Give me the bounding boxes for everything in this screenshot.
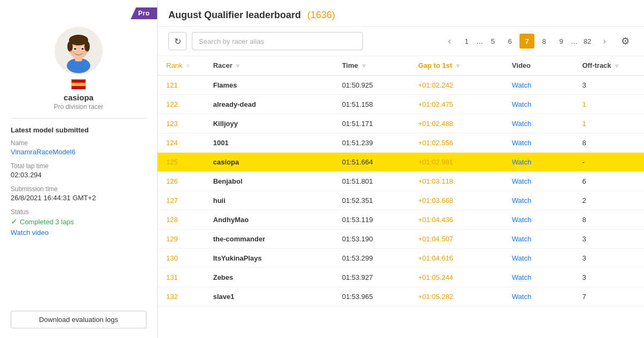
watch-button[interactable]: Watch [512,81,531,89]
page-5-button[interactable]: 5 [485,34,500,49]
prev-page-button[interactable]: ‹ [442,34,457,49]
gap-cell: +01:03.118 [409,172,503,191]
settings-button[interactable]: ⚙ [617,33,633,49]
search-input[interactable] [192,32,363,50]
rank-cell: 128 [158,210,205,230]
gap-cell: +01:02.488 [409,114,503,133]
status-block: Status ✓ Completed 3 laps Watch video [11,208,146,237]
watch-button[interactable]: Watch [512,196,531,205]
time-sort-icon[interactable]: ▿ [362,62,366,69]
main-content: August Qualifier leaderboard (1636) ↻ ‹ … [158,0,644,338]
rank-cell: 126 [158,172,205,191]
ellipsis-2: … [571,37,578,45]
watch-button[interactable]: Watch [512,254,531,262]
status-label: Status [11,208,146,216]
page-7-button[interactable]: 7 [519,34,534,49]
offtrack-cell: 8 [573,133,644,153]
offtrack-cell: - [573,153,644,172]
offtrack-cell: 1 [573,95,644,114]
watch-button[interactable]: Watch [512,100,531,108]
page-8-button[interactable]: 8 [537,34,552,49]
watch-button[interactable]: Watch [512,293,531,301]
video-cell: Watch [503,268,574,287]
offtrack-sort-icon[interactable]: ▿ [615,62,618,69]
watch-button[interactable]: Watch [512,235,531,243]
page-1-button[interactable]: 1 [459,34,474,49]
racer-cell: slave1 [205,287,333,306]
offtrack-cell: 3 [573,249,644,268]
col-video: Video [503,56,574,75]
offtrack-cell: 3 [573,230,644,249]
gap-cell: +01:05.282 [409,287,503,306]
model-name-value: VinamraRaceModel6 [11,148,146,156]
col-racer: Racer ▿ [205,56,333,75]
offtrack-cell: 3 [573,75,644,95]
watch-button[interactable]: Watch [512,216,531,224]
time-cell: 01:51.158 [333,95,410,114]
main-header: August Qualifier leaderboard (1636) [158,0,644,27]
offtrack-cell: 8 [573,210,644,230]
table-row: 130 ItsYukinaPlays 01:53.299 +01:04.616 … [158,249,644,268]
time-cell: 01:52.351 [333,191,410,210]
table-row: 121 Flames 01:50.925 +01:02.242 Watch 3 [158,75,644,95]
pro-badge: Pro [130,7,157,19]
watch-button[interactable]: Watch [512,158,531,166]
racer-cell: casiopa [205,153,333,172]
download-evaluation-logs-button[interactable]: Download evaluation logs [11,311,146,328]
offtrack-cell: 7 [573,287,644,306]
lap-time-block: Total lap time 02:03.294 [11,162,146,179]
col-time: Time ▿ [333,56,410,75]
username: casiopa [64,93,94,102]
time-cell: 01:53.299 [333,249,410,268]
svg-point-10 [82,48,84,50]
rank-cell: 122 [158,95,205,114]
racer-cell: 1001 [205,133,333,153]
rank-cell: 130 [158,249,205,268]
user-role: Pro division racer [54,103,104,111]
time-cell: 01:51.801 [333,172,410,191]
watch-button[interactable]: Watch [512,273,531,281]
gap-cell: +01:04.436 [409,210,503,230]
gap-cell: +01:02.475 [409,95,503,114]
page-9-button[interactable]: 9 [554,34,569,49]
time-cell: 01:51.664 [333,153,410,172]
video-cell: Watch [503,210,574,230]
next-page-button[interactable]: › [597,34,612,49]
racer-cell: AndhyMao [205,210,333,230]
submission-label: Submission time [11,185,146,193]
sidebar: Pro [0,0,158,338]
watch-button[interactable]: Watch [512,177,531,185]
status-row: ✓ Completed 3 laps [11,217,146,226]
gap-cell: +01:04.616 [409,249,503,268]
watch-button[interactable]: Watch [512,139,531,147]
watch-video-link[interactable]: Watch video [11,229,146,237]
status-value: Completed 3 laps [20,218,74,226]
submission-value: 26/8/2021 16:44:31 GMT+2 [11,194,146,202]
rank-cell: 124 [158,133,205,153]
gap-cell: +01:04.507 [409,230,503,249]
gap-sort-icon[interactable]: ▿ [456,62,460,69]
racer-cell: ItsYukinaPlays [205,249,333,268]
col-gap: Gap to 1st ▿ [409,56,503,75]
watch-button[interactable]: Watch [512,120,531,128]
toolbar: ↻ ‹ 1 … 5 6 7 8 9 … 82 › ⚙ [158,27,644,56]
page-6-button[interactable]: 6 [502,34,517,49]
gap-cell: +01:05.244 [409,268,503,287]
time-cell: 01:51.171 [333,114,410,133]
latest-model-title: Latest model submitted [11,126,89,134]
table-row: 122 already-dead 01:51.158 +01:02.475 Wa… [158,95,644,114]
table-row: 127 huii 01:52.351 +01:03.668 Watch 2 [158,191,644,210]
rank-sort-icon[interactable]: ▿ [187,62,190,69]
svg-point-11 [69,51,74,53]
rank-cell: 121 [158,75,205,95]
refresh-button[interactable]: ↻ [168,32,187,50]
racer-cell: Killjoyy [205,114,333,133]
racer-cell: Benjabol [205,172,333,191]
page-82-button[interactable]: 82 [580,34,595,49]
video-cell: Watch [503,230,574,249]
racer-sort-icon[interactable]: ▿ [236,62,239,69]
video-cell: Watch [503,75,574,95]
video-cell: Watch [503,133,574,153]
video-cell: Watch [503,191,574,210]
rank-cell: 127 [158,191,205,210]
